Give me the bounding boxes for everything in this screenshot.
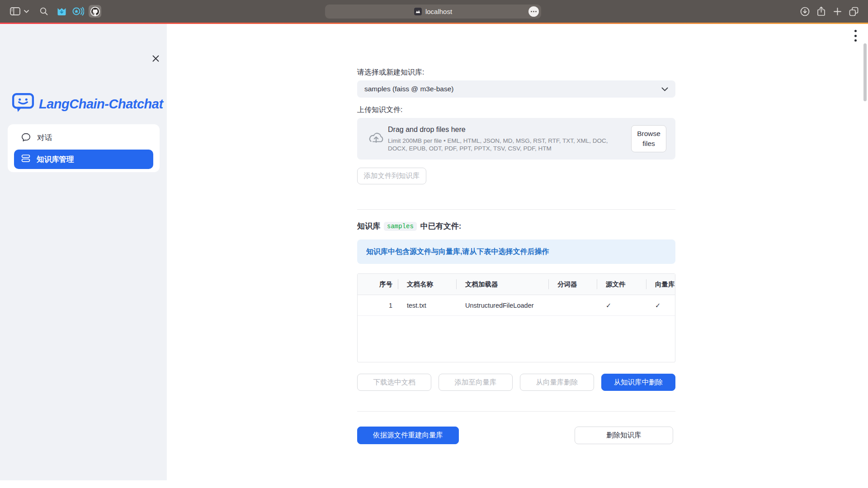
cell-index: 1 — [358, 295, 398, 315]
site-favicon — [414, 8, 422, 15]
kb-name-code: samples — [384, 222, 417, 231]
uploader-title: Drag and drop files here — [388, 126, 466, 134]
col-header-source-file: 源文件 — [597, 274, 646, 295]
sidebar: LangChain-Chatchat 对话 知识库管理 — [0, 24, 167, 480]
kb-files-heading: 知识库 samples 中已有文件: — [357, 221, 675, 231]
cell-loader: UnstructuredFileLoader — [456, 295, 548, 315]
browse-files-button[interactable]: Browse files — [631, 125, 666, 152]
col-header-doc-name: 文档名称 — [398, 274, 456, 295]
logo-text: LangChain-Chatchat — [39, 97, 163, 112]
app-logo: LangChain-Chatchat — [12, 93, 163, 115]
info-text: 知识库中包含源文件与向量库,请从下表中选择文件后操作 — [366, 247, 549, 257]
chevron-down-icon[interactable] — [23, 0, 29, 23]
kb-select-dropdown[interactable]: samples (faiss @ m3e-base) — [357, 80, 675, 98]
delete-from-vector-store-button[interactable]: 从向量库删除 — [520, 374, 594, 391]
sidebar-item-knowledge-base[interactable]: 知识库管理 — [14, 150, 153, 169]
sidebar-toggle-icon[interactable] — [9, 0, 21, 23]
table-actions-row: 下载选中文档 添加至向量库 从向量库删除 从知识库中删除 — [357, 374, 675, 391]
kb-select-label: 请选择或新建知识库: — [357, 68, 675, 77]
cell-vector-store-check: ✓ — [646, 295, 675, 315]
kb-bottom-actions: 依据源文件重建向量库 删除知识库 — [357, 427, 675, 444]
col-header-splitter: 分词器 — [548, 274, 597, 295]
sidebar-close-icon[interactable] — [151, 54, 160, 63]
rebuild-vector-store-button[interactable]: 依据源文件重建向量库 — [357, 427, 459, 444]
address-url: localhost — [425, 8, 452, 15]
tab-overview-icon[interactable] — [848, 0, 859, 23]
heading-suffix: 中已有文件: — [420, 221, 462, 231]
table-header-row: 序号 文档名称 文档加载器 分词器 源文件 向量库 — [358, 274, 675, 295]
select-chevron-down-icon — [661, 87, 668, 91]
divider — [357, 411, 675, 412]
add-files-to-kb-button[interactable]: 添加文件到知识库 — [357, 168, 426, 184]
col-header-loader: 文档加载器 — [456, 274, 548, 295]
divider — [357, 209, 675, 210]
cell-source-file-check: ✓ — [597, 295, 646, 315]
share-icon[interactable] — [816, 0, 826, 23]
cloud-upload-icon — [367, 131, 385, 147]
sidebar-item-label: 对话 — [37, 133, 52, 143]
ellipsis-circle-icon[interactable] — [528, 6, 539, 17]
new-tab-icon[interactable] — [833, 0, 842, 23]
uploader-limit-text: Limit 200MB per file • EML, HTML, JSON, … — [388, 137, 621, 152]
download-selected-button[interactable]: 下载选中文档 — [357, 374, 431, 391]
download-icon[interactable] — [799, 0, 810, 23]
file-uploader-dropzone[interactable]: Drag and drop files here Limit 200MB per… — [357, 118, 675, 160]
upload-label: 上传知识文件: — [357, 105, 675, 115]
sidebar-menu: 对话 知识库管理 — [8, 124, 160, 172]
browser-toolbar: localhost — [0, 0, 868, 23]
cat-extension-icon[interactable] — [57, 0, 66, 23]
chat-bubble-icon — [21, 132, 31, 144]
cell-splitter — [548, 295, 597, 315]
heading-prefix: 知识库 — [357, 221, 380, 231]
sidebar-item-label: 知识库管理 — [37, 155, 74, 164]
col-header-index: 序号 — [358, 274, 398, 295]
delete-kb-button[interactable]: 删除知识库 — [575, 427, 673, 444]
add-to-vector-store-button[interactable]: 添加至向量库 — [439, 374, 513, 391]
page-overflow-menu-icon[interactable] — [854, 30, 857, 42]
cell-doc-name: test.txt — [398, 295, 456, 315]
delete-from-kb-button[interactable]: 从知识库中删除 — [601, 374, 675, 391]
media-extension-icon[interactable] — [71, 0, 84, 23]
address-bar[interactable]: localhost — [325, 5, 541, 19]
search-icon[interactable] — [39, 0, 48, 23]
table-row[interactable]: 1 test.txt UnstructuredFileLoader ✓ ✓ — [358, 295, 675, 316]
logo-chat-bubble-icon — [12, 93, 34, 115]
col-header-vector-store: 向量库 — [646, 274, 675, 295]
info-banner: 知识库中包含源文件与向量库,请从下表中选择文件后操作 — [357, 239, 675, 264]
kb-select-value: samples (faiss @ m3e-base) — [364, 85, 454, 93]
scrollbar[interactable] — [863, 43, 867, 101]
github-extension-icon[interactable] — [89, 0, 101, 23]
knowledge-base-icon — [21, 154, 30, 164]
files-table[interactable]: 序号 文档名称 文档加载器 分词器 源文件 向量库 1 test.txt Uns… — [357, 273, 675, 362]
sidebar-item-chat[interactable]: 对话 — [14, 129, 153, 146]
